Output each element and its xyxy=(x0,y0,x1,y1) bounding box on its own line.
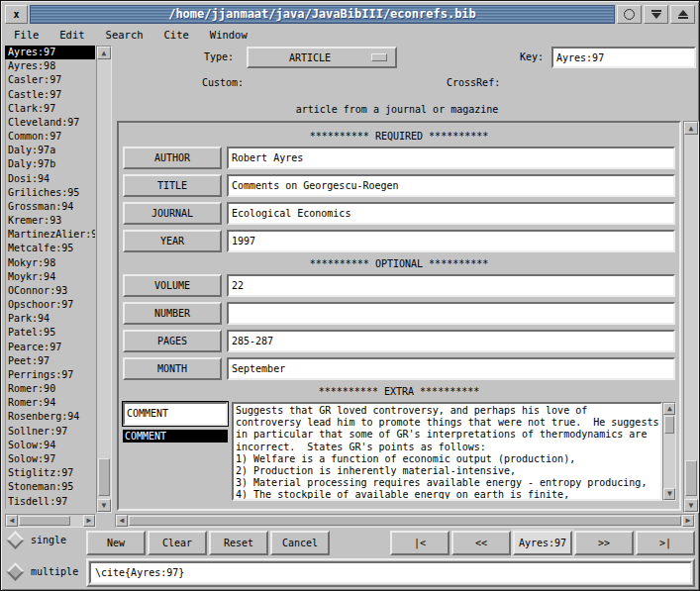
reference-list[interactable]: Ayres:97Ayres:98Casler:97Castle:97Clark:… xyxy=(5,46,95,509)
reference-list-item[interactable]: Casler:97 xyxy=(5,73,95,87)
multiple-mode-radio[interactable]: multiple xyxy=(9,565,78,578)
field-input[interactable] xyxy=(227,302,675,325)
maximize-button[interactable] xyxy=(670,5,695,24)
scroll-down-button[interactable]: ▼ xyxy=(684,499,698,512)
comment-scrollbar[interactable]: ▲ ▼ xyxy=(662,402,676,501)
scroll-up-button[interactable]: ▲ xyxy=(684,122,698,135)
field-input[interactable]: Robert Ayres xyxy=(227,147,675,169)
scroll-up-button[interactable]: ▲ xyxy=(97,47,111,59)
new-button[interactable]: New xyxy=(86,531,146,555)
field-label-button[interactable]: VOLUME xyxy=(123,274,222,297)
extra-field-list[interactable]: COMMENT xyxy=(123,430,228,501)
reference-list-item[interactable]: Solow:97 xyxy=(5,452,95,466)
reference-list-item[interactable]: Perrings:97 xyxy=(5,368,95,382)
field-input[interactable]: Ecological Economics xyxy=(227,202,675,225)
field-input[interactable]: 1997 xyxy=(227,230,675,252)
field-label-button[interactable]: NUMBER xyxy=(123,302,222,325)
field-label-button[interactable]: PAGES xyxy=(123,330,222,352)
reference-list-item[interactable]: Opschoor:97 xyxy=(5,298,95,312)
close-button[interactable]: x xyxy=(5,5,28,24)
first-record-button[interactable]: |< xyxy=(390,531,450,555)
reference-list-item[interactable]: Ayres:98 xyxy=(5,59,95,73)
reference-list-item[interactable]: Griliches:95 xyxy=(5,186,95,200)
next-record-button[interactable]: >> xyxy=(574,531,634,555)
reference-list-item[interactable]: Solow:94 xyxy=(5,439,95,452)
cancel-button[interactable]: Cancel xyxy=(270,531,330,555)
reference-list-item[interactable]: Kremer:93 xyxy=(5,214,95,228)
main-horizontal-scrollbar[interactable]: ◀ ▶ xyxy=(115,514,695,528)
field-input[interactable]: 285-287 xyxy=(227,330,675,352)
scroll-right-button[interactable]: ▶ xyxy=(83,515,95,527)
extra-field-name-input[interactable]: COMMENT xyxy=(123,402,228,426)
scroll-left-button[interactable]: ◀ xyxy=(116,515,128,527)
extra-field-list-item[interactable]: COMMENT xyxy=(123,430,228,443)
reference-list-item[interactable]: Clark:97 xyxy=(5,102,95,116)
single-mode-radio[interactable]: single xyxy=(9,534,66,546)
current-record-button[interactable]: Ayres:97 xyxy=(513,531,572,555)
field-input[interactable]: September xyxy=(227,357,675,380)
reference-list-item[interactable]: Castle:97 xyxy=(5,88,95,102)
titlebar[interactable]: x /home/jjanmaat/java/JavaBibIII/econref… xyxy=(5,5,695,24)
reference-list-item[interactable]: Daly:97a xyxy=(5,144,95,157)
titlebar-drag-area[interactable]: /home/jjanmaat/java/JavaBibIII/econrefs.… xyxy=(30,5,615,24)
reference-list-item[interactable]: Daly:97b xyxy=(5,157,95,171)
scroll-left-button[interactable]: ◀ xyxy=(6,515,18,527)
reference-list-item[interactable]: Grossman:94 xyxy=(5,200,95,214)
reference-list-item[interactable]: Peet:97 xyxy=(5,354,95,368)
reset-button[interactable]: Reset xyxy=(209,531,268,555)
cite-input[interactable]: \cite{Ayres:97} xyxy=(89,561,692,584)
reference-list-item[interactable]: Stiglitz:97 xyxy=(5,466,95,480)
field-input[interactable]: 22 xyxy=(227,274,675,297)
type-dropdown[interactable]: ARTICLE xyxy=(247,47,397,68)
field-label-button[interactable]: TITLE xyxy=(123,174,222,197)
reference-list-item[interactable]: Park:94 xyxy=(5,312,95,326)
scroll-down-button[interactable]: ▼ xyxy=(663,488,675,500)
reference-list-item[interactable]: Stoneman:95 xyxy=(5,480,95,494)
menu-item[interactable]: Search xyxy=(106,29,144,41)
list-hscroll-thumb[interactable] xyxy=(19,516,70,526)
main-vscroll-thumb[interactable] xyxy=(685,460,697,496)
reference-list-item[interactable]: Patel:95 xyxy=(5,326,95,340)
scroll-down-button[interactable]: ▼ xyxy=(97,499,111,512)
field-label-button[interactable]: YEAR xyxy=(123,230,222,252)
last-record-button[interactable]: >| xyxy=(636,531,695,555)
scroll-up-button[interactable]: ▲ xyxy=(663,403,675,415)
previous-record-button[interactable]: << xyxy=(451,531,511,555)
list-vscroll-thumb[interactable] xyxy=(98,458,110,496)
comment-scroll-thumb[interactable] xyxy=(664,416,674,434)
iconify-button[interactable] xyxy=(617,5,642,24)
reference-list-item[interactable]: Sollner:97 xyxy=(5,425,95,439)
menu-item[interactable]: Edit xyxy=(59,29,84,41)
reference-list-item[interactable]: Mokyr:98 xyxy=(5,256,95,270)
main-hscroll-thumb[interactable] xyxy=(129,516,681,526)
reference-list-item[interactable]: Rosenberg:94 xyxy=(5,410,95,424)
reference-list-item[interactable]: Romer:90 xyxy=(5,382,95,396)
shade-button[interactable] xyxy=(644,5,668,24)
menu-item[interactable]: Cite xyxy=(164,29,189,41)
reference-list-item[interactable]: Romer:94 xyxy=(5,396,95,410)
reference-list-item[interactable]: Pearce:97 xyxy=(5,341,95,354)
field-input[interactable]: Comments on Georgescu-Roegen xyxy=(227,174,675,197)
reference-list-item[interactable]: MartinezAlier:9 xyxy=(5,228,95,242)
reference-list-item[interactable]: Dosi:94 xyxy=(5,172,95,186)
field-label-button[interactable]: MONTH xyxy=(123,357,222,380)
field-label-button[interactable]: JOURNAL xyxy=(123,202,222,225)
reference-list-item[interactable]: Common:97 xyxy=(5,130,95,144)
menu-item[interactable]: Window xyxy=(210,29,248,41)
type-label: Type: xyxy=(204,51,234,62)
reference-list-item[interactable]: Moykr:94 xyxy=(5,270,95,284)
main-vertical-scrollbar[interactable]: ▲ ▼ xyxy=(683,121,699,513)
reference-list-item[interactable]: Tisdell:97 xyxy=(5,495,95,509)
clear-button[interactable]: Clear xyxy=(148,531,207,555)
reference-list-item[interactable]: OConnor:93 xyxy=(5,284,95,298)
menu-item[interactable]: File xyxy=(14,29,39,41)
reference-list-item[interactable]: Metcalfe:95 xyxy=(5,242,95,255)
list-horizontal-scrollbar[interactable]: ◀ ▶ xyxy=(5,514,96,528)
key-input[interactable]: Ayres:97 xyxy=(551,47,696,68)
field-label-button[interactable]: AUTHOR xyxy=(123,147,222,169)
list-vertical-scrollbar[interactable]: ▲ ▼ xyxy=(96,46,112,513)
comment-textarea[interactable]: Suggests that GR loved controversy, and … xyxy=(232,402,662,501)
reference-list-item[interactable]: Ayres:97 xyxy=(5,46,95,59)
scroll-right-button[interactable]: ▶ xyxy=(682,515,694,527)
reference-list-item[interactable]: Cleveland:97 xyxy=(5,116,95,130)
